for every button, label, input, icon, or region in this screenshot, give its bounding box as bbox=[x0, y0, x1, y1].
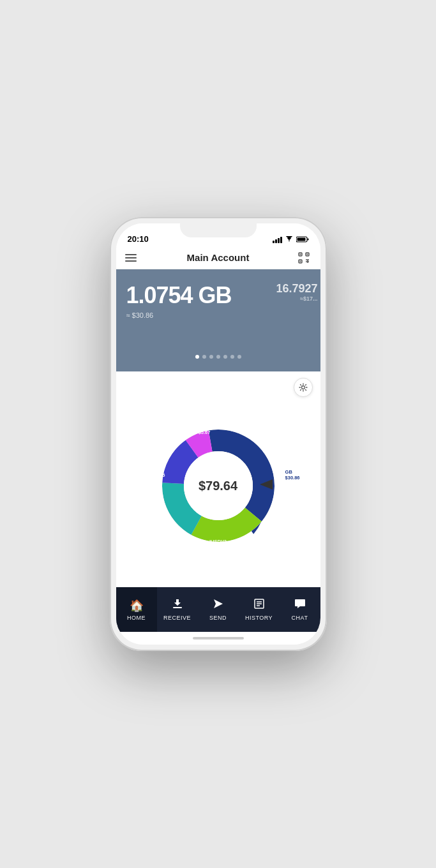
home-icon: 🏠 bbox=[130, 599, 144, 613]
menu-button[interactable] bbox=[125, 252, 140, 264]
label-gb: GB $30.86 bbox=[285, 469, 300, 482]
svg-rect-1 bbox=[307, 239, 308, 241]
scan-button[interactable] bbox=[296, 252, 312, 264]
tab-chat-label: CHAT bbox=[292, 615, 308, 621]
page-dots bbox=[195, 355, 241, 361]
svg-rect-6 bbox=[299, 253, 301, 255]
tab-send-label: SEND bbox=[209, 615, 227, 621]
svg-rect-7 bbox=[306, 253, 308, 255]
dot-4[interactable] bbox=[216, 355, 220, 359]
svg-rect-8 bbox=[299, 260, 301, 262]
dot-3[interactable] bbox=[209, 355, 213, 359]
chat-icon bbox=[294, 598, 306, 613]
approx-usd: ≈ $30.86 bbox=[126, 311, 232, 319]
tab-bar: 🏠 HOME RECEIVE SEND bbox=[116, 587, 320, 632]
home-bar bbox=[193, 637, 244, 640]
settings-button[interactable] bbox=[294, 378, 313, 397]
main-content: GB $30.86 IUSDV2 $17.56 IBITV2 $14.19 IT… bbox=[116, 371, 320, 587]
status-time: 20:10 bbox=[128, 234, 149, 244]
status-icons bbox=[273, 236, 309, 244]
tab-home[interactable]: 🏠 HOME bbox=[116, 587, 157, 632]
dot-2[interactable] bbox=[202, 355, 206, 359]
tab-chat[interactable]: CHAT bbox=[280, 587, 320, 632]
label-iaug: IAUG $5.67 bbox=[199, 423, 211, 436]
chart-total: $79.64 bbox=[199, 479, 237, 493]
tab-home-label: HOME bbox=[127, 615, 146, 621]
tab-send[interactable]: SEND bbox=[198, 587, 239, 632]
label-ibitv2: IBITV2 $14.19 bbox=[149, 504, 164, 517]
label-iusdv2: IUSDV2 $17.56 bbox=[209, 539, 227, 551]
dot-5[interactable] bbox=[223, 355, 227, 359]
home-indicator bbox=[116, 632, 320, 645]
signal-icon bbox=[273, 237, 282, 243]
tab-receive[interactable]: RECEIVE bbox=[157, 587, 198, 632]
page-title: Main Account bbox=[187, 252, 250, 263]
wifi-icon bbox=[285, 236, 294, 244]
tab-history[interactable]: HISTORY bbox=[239, 587, 280, 632]
send-icon bbox=[213, 598, 224, 613]
receive-icon bbox=[172, 598, 183, 613]
svg-rect-15 bbox=[173, 607, 182, 608]
app-header: Main Account bbox=[116, 246, 320, 269]
label-ithv2: ITHV2 $11.35 bbox=[151, 466, 165, 479]
phone-frame: 20:10 bbox=[110, 217, 327, 651]
dot-6[interactable] bbox=[230, 355, 234, 359]
history-icon bbox=[253, 598, 265, 613]
tab-receive-label: RECEIVE bbox=[163, 615, 191, 621]
dot-7[interactable] bbox=[237, 355, 241, 359]
donut-chart: GB $30.86 IUSDV2 $17.56 IBITV2 $14.19 IT… bbox=[148, 415, 289, 556]
balance-banner: 1.0754 GB ≈ $30.86 16.7927 ≈$17... bbox=[116, 269, 320, 371]
svg-point-12 bbox=[301, 386, 304, 389]
secondary-balance: 16.7927 ≈$17... bbox=[276, 282, 320, 302]
dot-1[interactable] bbox=[195, 355, 199, 359]
battery-icon bbox=[296, 236, 309, 244]
notch bbox=[180, 223, 257, 237]
tab-history-label: HISTORY bbox=[245, 615, 273, 621]
svg-rect-2 bbox=[297, 238, 305, 241]
primary-balance: 1.0754 GB bbox=[126, 282, 232, 309]
phone-screen: 20:10 bbox=[116, 223, 320, 645]
